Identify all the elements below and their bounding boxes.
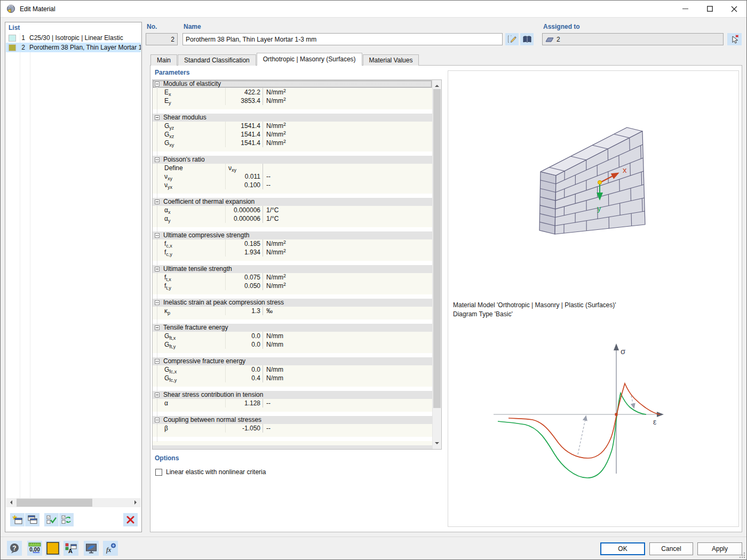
parameter-value[interactable]: 0.075 <box>225 273 263 282</box>
parameter-section-header[interactable]: Ultimate compressive strength <box>153 231 432 239</box>
formula-button[interactable]: fx <box>103 541 118 556</box>
check-all-button[interactable] <box>44 513 59 526</box>
parameter-value[interactable]: 0.000006 <box>225 214 263 223</box>
collapse-icon[interactable] <box>155 418 160 422</box>
collapse-icon[interactable] <box>155 300 160 305</box>
parameter-row[interactable]: νyx0.100-- <box>153 181 432 189</box>
assigned-to-field[interactable]: 2 <box>542 33 724 45</box>
select-assigned-button[interactable] <box>727 33 742 45</box>
parameter-value[interactable]: 1541.4 <box>225 130 263 139</box>
collapse-icon[interactable] <box>155 233 160 238</box>
parameter-row[interactable]: Ex422.2N/mm2 <box>153 88 432 97</box>
collapse-icon[interactable] <box>155 157 160 162</box>
parameter-value[interactable]: 0.100 <box>225 181 263 189</box>
parameter-section-header[interactable]: Shear modulus <box>153 114 432 122</box>
parameter-value[interactable]: 1.934 <box>225 248 263 257</box>
parameter-value[interactable]: 0.050 <box>225 282 263 290</box>
parameter-row[interactable]: fc,y1.934N/mm2 <box>153 248 432 257</box>
parameter-value[interactable]: 1541.4 <box>225 139 263 147</box>
list-item[interactable]: 2Porotherm 38 Plan, Thin Layer Mortar 1-… <box>6 43 141 52</box>
parameter-row[interactable]: Gxy1541.4N/mm2 <box>153 139 432 147</box>
display-options-button[interactable]: A <box>63 541 78 556</box>
tab-material-values[interactable]: Material Values <box>363 54 419 66</box>
parameter-section-header[interactable]: Modulus of elasticity <box>153 80 432 88</box>
apply-button[interactable]: Apply <box>697 542 742 555</box>
parameter-section-header[interactable]: Ultimate tensile strength <box>153 265 432 273</box>
tab-orthotropic-masonry-surfaces[interactable]: Orthotropic | Masonry (Surfaces) <box>257 53 362 66</box>
parameter-value[interactable]: 0.0 <box>225 365 263 374</box>
parameter-value[interactable]: 0.011 <box>225 172 263 181</box>
cancel-button[interactable]: Cancel <box>649 542 693 555</box>
scrollbar-thumb[interactable] <box>17 499 92 507</box>
parameter-section-header[interactable]: Poisson's ratio <box>153 156 432 164</box>
library-button[interactable] <box>520 33 534 45</box>
scroll-right-button[interactable] <box>132 498 141 507</box>
delete-material-button[interactable] <box>123 513 138 526</box>
parameters-scrollbar[interactable] <box>432 80 441 449</box>
help-button[interactable]: ? <box>7 541 22 556</box>
parameter-row[interactable]: Gft,y0.0N/mm <box>153 340 432 349</box>
parameter-section-header[interactable]: Coefficient of thermal expansion <box>153 198 432 206</box>
rendering-button[interactable] <box>84 541 99 556</box>
parameter-row[interactable]: νxy0.011-- <box>153 172 432 181</box>
parameter-value[interactable]: 0.0 <box>225 332 263 340</box>
parameter-row[interactable]: Gxz1541.4N/mm2 <box>153 130 432 139</box>
parameter-value[interactable]: 1541.4 <box>225 122 263 130</box>
parameter-row[interactable]: ft,x0.075N/mm2 <box>153 273 432 282</box>
list-horizontal-scrollbar[interactable] <box>6 498 141 507</box>
parameter-row[interactable]: Defineνxy <box>153 164 432 172</box>
parameter-value[interactable]: 1.3 <box>225 307 263 315</box>
parameter-row[interactable]: β-1.050-- <box>153 424 432 433</box>
resize-grip[interactable] <box>739 552 745 558</box>
parameter-section-header[interactable]: Tensile fracture energy <box>153 324 432 332</box>
name-input[interactable]: Porotherm 38 Plan, Thin Layer Mortar 1-3… <box>182 33 503 45</box>
tab-standard-classification[interactable]: Standard Classification <box>178 54 256 66</box>
parameter-row[interactable]: Gfc,x0.0N/mm <box>153 365 432 374</box>
parameter-value[interactable]: 0.000006 <box>225 206 263 214</box>
collapse-icon[interactable] <box>155 115 160 120</box>
linear-elastic-checkbox[interactable] <box>155 469 162 476</box>
parameter-row[interactable]: Ey3853.4N/mm2 <box>153 97 432 105</box>
close-button[interactable] <box>722 1 746 17</box>
parameter-row[interactable]: ft,y0.050N/mm2 <box>153 282 432 290</box>
parameter-section-header[interactable]: Coupling between normal stresses <box>153 416 432 424</box>
list-item[interactable]: 1C25/30 | Isotropic | Linear Elastic <box>6 33 141 43</box>
parameter-value[interactable]: 1.128 <box>225 399 263 407</box>
parameter-row[interactable]: Gfc,y0.4N/mm <box>153 374 432 382</box>
no-field[interactable]: 2 <box>146 33 178 45</box>
parameter-value[interactable]: 422.2 <box>225 88 263 97</box>
units-settings-button[interactable]: 0,00 <box>27 541 42 556</box>
parameter-row[interactable]: α1.128-- <box>153 399 432 407</box>
new-material-button[interactable] <box>10 513 25 526</box>
collapse-icon[interactable] <box>155 393 160 397</box>
parameter-section-header[interactable]: Compressive fracture energy <box>153 357 432 365</box>
parameter-row[interactable]: αy0.0000061/°C <box>153 214 432 223</box>
parameter-value[interactable]: 0.0 <box>225 340 263 349</box>
parameter-value[interactable]: 0.185 <box>225 239 263 248</box>
parameter-row[interactable]: αx0.0000061/°C <box>153 206 432 214</box>
collapse-icon[interactable] <box>155 325 160 330</box>
parameter-row[interactable]: κp1.3‰ <box>153 307 432 315</box>
rename-button[interactable] <box>505 33 519 45</box>
parameter-section-header[interactable]: Shear stress contribution in tension <box>153 391 432 399</box>
parameter-row[interactable]: fc,x0.185N/mm2 <box>153 239 432 248</box>
collapse-icon[interactable] <box>155 359 160 364</box>
scroll-down-button[interactable] <box>433 440 441 449</box>
tab-main[interactable]: Main <box>150 54 177 66</box>
parameter-value[interactable]: 3853.4 <box>225 97 263 105</box>
maximize-button[interactable] <box>697 1 722 17</box>
parameter-value[interactable]: νxy <box>225 164 263 172</box>
collapse-icon[interactable] <box>155 82 160 86</box>
parameter-value[interactable]: 0.4 <box>225 374 263 382</box>
toggle-check-button[interactable] <box>59 513 74 526</box>
collapse-icon[interactable] <box>155 267 160 271</box>
parameter-row[interactable]: Gyz1541.4N/mm2 <box>153 122 432 130</box>
minimize-button[interactable] <box>673 1 697 17</box>
scrollbar-thumb[interactable] <box>433 89 441 408</box>
scroll-up-button[interactable] <box>433 80 441 89</box>
copy-material-button[interactable] <box>25 513 39 526</box>
material-color-button[interactable] <box>45 541 60 556</box>
parameter-value[interactable]: -1.050 <box>225 424 263 433</box>
parameter-row[interactable]: Gft,x0.0N/mm <box>153 332 432 340</box>
scroll-left-button[interactable] <box>6 498 15 507</box>
